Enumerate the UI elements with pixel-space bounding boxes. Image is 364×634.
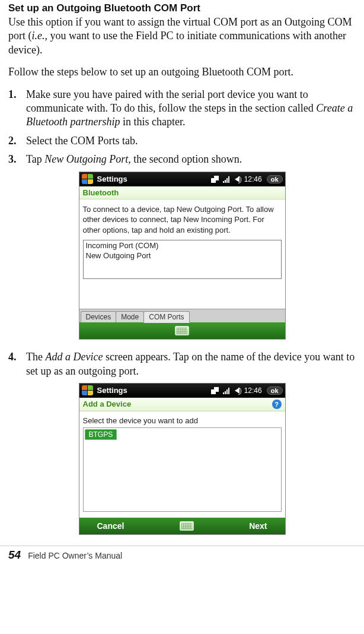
start-icon[interactable]	[82, 174, 94, 185]
wm-clock: 12:46	[244, 386, 262, 395]
wm-titlebar: Settings 12:46 ok	[79, 172, 285, 186]
tab-devices[interactable]: Devices	[81, 311, 117, 322]
instruction-text: Select the device you want to add	[83, 416, 282, 425]
wm-title: Settings	[97, 175, 211, 183]
list-item[interactable]: New Outgoing Port	[84, 251, 281, 261]
screenshot-add-device: Settings 12:46 ok Add a Device ? Select …	[79, 383, 286, 535]
keyboard-icon[interactable]	[175, 326, 189, 335]
ok-button[interactable]: ok	[267, 386, 283, 395]
step3-a: Tap	[26, 153, 44, 165]
tab-com-ports[interactable]: COM Ports	[143, 311, 189, 323]
step-3-text: Tap New Outgoing Port, the second option…	[26, 153, 356, 166]
tab-strip: Devices Mode COM Ports	[79, 309, 285, 322]
next-softkey[interactable]: Next	[249, 521, 267, 531]
wm-clock: 12:46	[244, 175, 262, 183]
intro-ie: i.e.,	[32, 30, 48, 42]
instruction-text: To connect to a device, tap New Outgoing…	[83, 204, 282, 236]
step4-i: Add a Device	[45, 351, 103, 363]
wm-softkey-bar: Cancel Next	[79, 518, 285, 534]
device-list[interactable]: BTGPS	[83, 427, 282, 512]
step4-a: The	[26, 351, 45, 363]
book-title: Field PC Owner’s Manual	[28, 551, 122, 560]
com-port-list[interactable]: Incoming Port (COM) New Outgoing Port	[83, 240, 282, 279]
panel-header-label: Add a Device	[83, 400, 132, 408]
section-heading: Set up an Outgoing Bluetooth COM Port	[8, 2, 356, 14]
panel-header-label: Bluetooth	[83, 188, 119, 197]
intro-text-b: you want to use the Field PC to initiate…	[8, 30, 346, 55]
step1-a: Make sure you have paired with the seria…	[26, 88, 316, 114]
ok-button[interactable]: ok	[267, 175, 283, 183]
step-2-text: Select the COM Ports tab.	[26, 134, 356, 148]
page-footer: 54 Field PC Owner’s Manual	[0, 546, 364, 568]
step3-b: the second option shown.	[131, 153, 242, 165]
cancel-softkey[interactable]: Cancel	[97, 521, 124, 531]
volume-icon[interactable]	[235, 176, 240, 182]
step1-b: in this chapter.	[120, 116, 186, 128]
screenshot-com-ports: Settings 12:46 ok Bluetooth To connect t…	[79, 172, 286, 340]
intro-paragraph: Use this option if you want to assign th…	[8, 15, 356, 57]
step3-i: New Outgoing Port,	[44, 153, 131, 165]
start-icon[interactable]	[82, 385, 94, 396]
step-number-2: 2.	[8, 134, 26, 148]
signal-icon[interactable]	[223, 387, 230, 394]
follow-paragraph: Follow the steps below to set up an outg…	[8, 65, 356, 79]
connectivity-icon[interactable]	[211, 387, 218, 394]
wm-title: Settings	[97, 386, 211, 395]
page-number: 54	[8, 549, 21, 562]
wm-softkey-bar	[79, 322, 285, 339]
wm-titlebar: Settings 12:46 ok	[79, 383, 285, 398]
step-number-3: 3.	[8, 153, 26, 166]
help-icon[interactable]: ?	[272, 400, 282, 409]
step-1-text: Make sure you have paired with the seria…	[26, 88, 356, 129]
volume-icon[interactable]	[235, 388, 240, 394]
tab-mode[interactable]: Mode	[116, 311, 144, 322]
step-number-4: 4.	[8, 350, 26, 378]
step-4-text: The Add a Device screen appears. Tap on …	[26, 350, 356, 378]
signal-icon[interactable]	[223, 176, 230, 183]
step-number-1: 1.	[8, 88, 26, 129]
connectivity-icon[interactable]	[211, 176, 218, 183]
device-item-selected[interactable]: BTGPS	[85, 429, 117, 440]
panel-header-bluetooth: Bluetooth	[79, 186, 285, 199]
list-item[interactable]: Incoming Port (COM)	[84, 240, 281, 251]
keyboard-icon[interactable]	[180, 521, 194, 531]
panel-header-add-device: Add a Device ?	[79, 398, 285, 411]
